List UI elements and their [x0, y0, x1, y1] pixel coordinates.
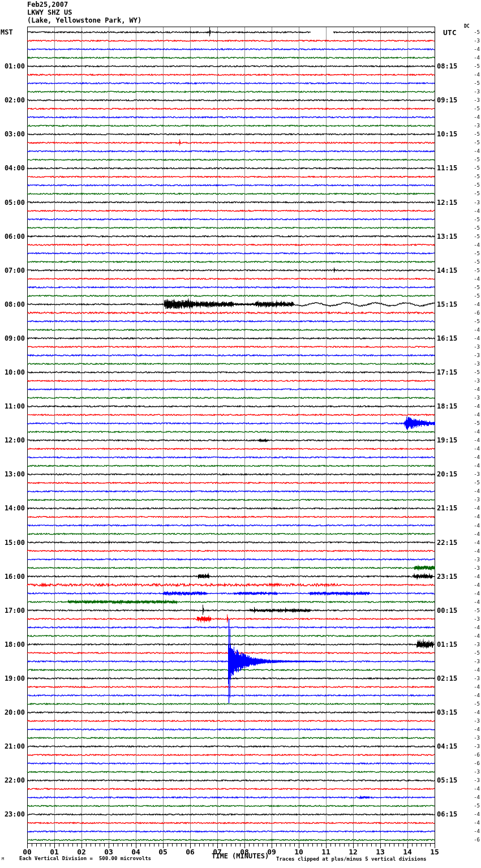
utc-hour-label: 01:15 — [437, 641, 457, 648]
dc-offset-value: -4 — [466, 828, 480, 834]
dc-offset-value: -3 — [466, 361, 480, 367]
dc-offset-value: -3 — [466, 97, 480, 103]
dc-offset-value: -4 — [466, 727, 480, 732]
dc-offset-value: -4 — [466, 114, 480, 120]
dc-offset-value: -4 — [466, 302, 480, 307]
dc-offset-value: -4 — [466, 531, 480, 537]
dc-offset-value: -4 — [466, 794, 480, 800]
dc-offset-value: -6 — [466, 837, 480, 843]
dc-offset-value: -3 — [466, 676, 480, 681]
left-axis-header: MST — [1, 28, 13, 36]
dc-offset-value: -4 — [466, 386, 480, 392]
dc-offset-value: -3 — [466, 557, 480, 562]
x-tick-label: 11 — [318, 848, 334, 856]
utc-hour-label: 12:15 — [437, 199, 457, 207]
dc-offset-value: -4 — [466, 591, 480, 596]
utc-hour-label: 08:15 — [437, 62, 457, 70]
dc-offset-value: -5 — [466, 234, 480, 239]
dc-offset-value: -3 — [466, 616, 480, 622]
dc-offset-value: -3 — [466, 744, 480, 749]
title-location: (Lake, Yellowstone Park, WY) — [27, 16, 141, 24]
dc-offset-value: -4 — [466, 505, 480, 511]
utc-hour-label: 17:15 — [437, 368, 457, 376]
x-tick-label: 04 — [128, 848, 144, 856]
dc-offset-value: -3 — [466, 735, 480, 741]
dc-offset-value: -5 — [466, 251, 480, 256]
mst-hour-label: 16:00 — [0, 573, 25, 581]
dc-offset-value: -4 — [466, 633, 480, 639]
dc-offset-value: -5 — [466, 701, 480, 707]
dc-offset-value: -4 — [466, 429, 480, 435]
dc-offset-value: -4 — [466, 412, 480, 418]
dc-offset-value: -5 — [466, 29, 480, 35]
dc-offset-value: -3 — [466, 353, 480, 358]
dc-offset-value: -3 — [466, 395, 480, 401]
dc-offset-value: -3 — [466, 642, 480, 647]
utc-hour-label: 10:15 — [437, 130, 457, 138]
dc-offset-value: -5 — [466, 217, 480, 222]
dc-offset-value: -4 — [466, 820, 480, 826]
utc-hour-label: 14:15 — [437, 267, 457, 274]
utc-hour-label: 15:15 — [437, 300, 457, 308]
dc-offset-value: -5 — [466, 106, 480, 111]
dc-offset-value: -4 — [466, 599, 480, 605]
dc-offset-value: -5 — [466, 268, 480, 273]
mst-hour-label: 18:00 — [0, 641, 25, 648]
utc-hour-label: 05:15 — [437, 776, 457, 784]
dc-offset-value: -6 — [466, 760, 480, 766]
x-tick-label: 12 — [345, 848, 361, 856]
title-station: LKWY SHZ US — [27, 8, 72, 16]
x-tick-label: 13 — [372, 848, 388, 856]
utc-hour-label: 23:15 — [437, 573, 457, 581]
utc-hour-label: 18:15 — [437, 402, 457, 410]
dc-offset-value: -3 — [466, 565, 480, 571]
dc-offset-value: -4 — [466, 46, 480, 52]
dc-offset-value: -5 — [466, 165, 480, 171]
dc-offset-value: -4 — [466, 488, 480, 494]
utc-hour-label: 04:15 — [437, 742, 457, 750]
dc-offset-value: -3 — [466, 659, 480, 664]
x-tick-label: 02 — [74, 848, 89, 856]
mst-hour-label: 02:00 — [0, 96, 25, 104]
mst-hour-label: 14:00 — [0, 504, 25, 512]
dc-offset-value: -4 — [466, 667, 480, 673]
x-tick-label: 03 — [101, 848, 117, 856]
dc-offset-value: -4 — [466, 540, 480, 545]
mst-hour-label: 12:00 — [0, 436, 25, 444]
dc-offset-value: -5 — [466, 80, 480, 86]
utc-hour-label: 21:15 — [437, 504, 457, 512]
dc-offset-value: -4 — [466, 327, 480, 333]
utc-hour-label: 09:15 — [437, 96, 457, 104]
mst-hour-label: 10:00 — [0, 368, 25, 376]
dc-offset-header: DC — [464, 24, 470, 29]
dc-offset-value: -5 — [466, 285, 480, 290]
dc-offset-value: -5 — [466, 803, 480, 809]
dc-offset-value: -3 — [466, 123, 480, 128]
dc-offset-value: -5 — [466, 63, 480, 69]
corner-mark: M — [2, 857, 4, 861]
x-axis-title: TIME (MINUTES) — [212, 852, 269, 860]
dc-offset-value: -5 — [466, 225, 480, 231]
mst-hour-label: 23:00 — [0, 810, 25, 818]
dc-offset-value: -6 — [466, 310, 480, 316]
dc-offset-value: -3 — [466, 497, 480, 502]
x-tick-label: 00 — [19, 848, 35, 856]
mst-hour-label: 06:00 — [0, 233, 25, 240]
mst-hour-label: 19:00 — [0, 674, 25, 682]
dc-offset-value: -4 — [466, 786, 480, 792]
x-tick-label: 15 — [427, 848, 443, 856]
dc-offset-value: -4 — [466, 463, 480, 469]
dc-offset-value: -4 — [466, 574, 480, 579]
dc-offset-value: -5 — [466, 191, 480, 196]
dc-offset-value: -5 — [466, 174, 480, 179]
dc-offset-value: -6 — [466, 752, 480, 758]
x-tick-label: 06 — [182, 848, 198, 856]
dc-offset-value: -4 — [466, 625, 480, 630]
utc-hour-label: 06:15 — [437, 810, 457, 818]
right-axis-header: UTC — [443, 28, 456, 37]
dc-offset-value: -5 — [466, 369, 480, 375]
dc-offset-value: -5 — [466, 182, 480, 188]
dc-offset-value: -3 — [466, 471, 480, 477]
mst-hour-label: 03:00 — [0, 130, 25, 138]
mst-hour-label: 15:00 — [0, 539, 25, 547]
